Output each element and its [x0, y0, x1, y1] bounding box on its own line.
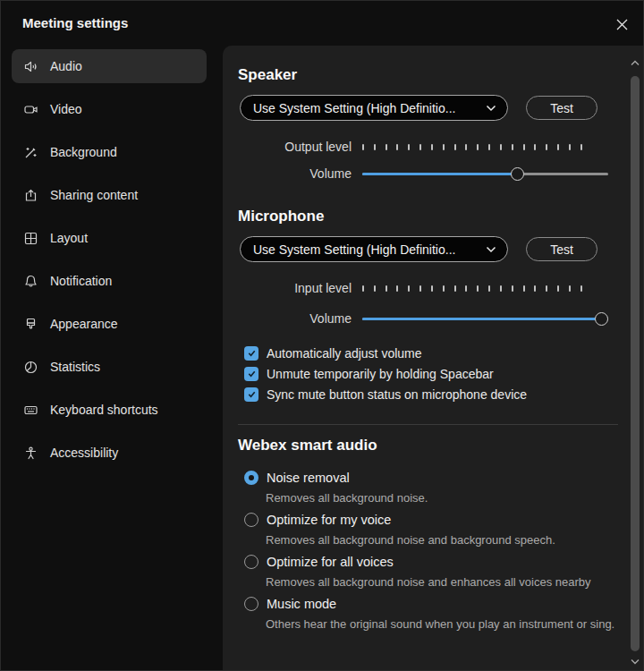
level-meter-tick	[419, 144, 421, 150]
level-meter-tick	[431, 285, 433, 292]
keyboard-icon	[23, 403, 38, 418]
slider-fill	[362, 318, 602, 320]
radio-label: Music mode	[267, 597, 336, 611]
close-button[interactable]	[611, 13, 632, 35]
input-level-label: Input level	[238, 281, 352, 295]
microphone-volume-slider[interactable]	[362, 310, 608, 327]
level-meter-tick	[477, 144, 479, 150]
level-meter-tick	[465, 285, 467, 292]
sidebar-item-video[interactable]: Video	[12, 92, 207, 126]
close-icon	[615, 18, 629, 31]
checkbox-icon[interactable]	[244, 346, 258, 361]
radio-optimize-for-my-voice[interactable]: Optimize for my voice	[244, 510, 618, 530]
chevron-down-icon	[486, 246, 496, 253]
section-divider	[238, 424, 618, 425]
checkbox-automatically-adjust-volume[interactable]: Automatically adjust volume	[244, 343, 618, 363]
level-meter-tick	[569, 285, 571, 292]
radio-icon[interactable]	[244, 513, 258, 527]
level-meter-tick	[419, 285, 421, 292]
layout-grid-icon	[23, 231, 38, 246]
microphone-volume-label: Volume	[238, 311, 352, 326]
radio-icon[interactable]	[244, 555, 258, 569]
checkbox-icon[interactable]	[244, 387, 258, 402]
checkbox-label: Sync mute button status on microphone de…	[267, 387, 527, 402]
speaker-volume-slider[interactable]	[362, 166, 608, 182]
radio-description: Removes all background noise and enhance…	[266, 573, 616, 591]
speaker-output-level-meter	[362, 144, 582, 150]
radio-optimize-for-all-voices[interactable]: Optimize for all voices	[244, 552, 618, 572]
checkbox-sync-mute-button-status[interactable]: Sync mute button status on microphone de…	[244, 384, 618, 404]
speaker-device-value: Use System Setting (High Definitio...	[253, 101, 486, 115]
level-meter-tick	[534, 285, 536, 292]
scroll-down-icon[interactable]	[631, 658, 640, 665]
microphone-device-select[interactable]: Use System Setting (High Definitio...	[240, 236, 508, 262]
level-meter-tick	[546, 285, 547, 292]
sidebar-item-accessibility[interactable]: Accessibility	[12, 436, 207, 470]
level-meter-tick	[534, 144, 536, 150]
speaker-icon	[23, 59, 38, 74]
level-meter-tick	[443, 144, 445, 150]
radio-icon[interactable]	[244, 597, 258, 611]
level-meter-tick	[431, 144, 433, 150]
checkbox-label: Unmute temporarily by holding Spacebar	[267, 367, 494, 381]
magic-wand-icon	[23, 145, 38, 160]
sidebar-item-label: Video	[50, 102, 82, 116]
level-meter-tick	[488, 144, 490, 150]
sidebar-item-audio[interactable]: Audio	[12, 49, 207, 83]
radio-music-mode[interactable]: Music mode	[244, 594, 618, 614]
level-meter-tick	[443, 285, 445, 292]
sidebar-item-sharing-content[interactable]: Sharing content	[12, 178, 207, 212]
sidebar-item-notification[interactable]: Notification	[12, 264, 207, 298]
share-content-icon	[23, 188, 38, 203]
slider-thumb[interactable]	[511, 167, 524, 181]
scroll-up-icon[interactable]	[631, 60, 640, 66]
level-meter-tick	[512, 285, 513, 292]
slider-thumb[interactable]	[595, 312, 608, 326]
sidebar-item-label: Accessibility	[50, 446, 118, 460]
level-meter-tick	[374, 285, 376, 292]
sidebar-item-label: Statistics	[50, 360, 100, 374]
level-meter-tick	[557, 285, 559, 292]
level-meter-tick	[386, 144, 387, 150]
sidebar-item-statistics[interactable]: Statistics	[12, 350, 207, 384]
sidebar-item-keyboard-shortcuts[interactable]: Keyboard shortcuts	[12, 393, 207, 427]
radio-description: Removes all background noise and backgro…	[266, 531, 616, 549]
level-meter-tick	[465, 144, 467, 150]
titlebar: Meeting settings	[1, 1, 643, 46]
checkbox-unmute-temporarily-spacebar[interactable]: Unmute temporarily by holding Spacebar	[244, 363, 618, 384]
microphone-heading: Microphone	[238, 207, 618, 226]
meeting-settings-dialog: Meeting settings Audio Video Background	[0, 0, 644, 671]
sidebar-item-layout[interactable]: Layout	[12, 221, 207, 255]
sidebar-item-appearance[interactable]: Appearance	[12, 307, 207, 341]
radio-icon[interactable]	[244, 471, 258, 485]
level-meter-tick	[557, 144, 559, 150]
microphone-test-button[interactable]: Test	[526, 237, 597, 261]
statistics-icon	[23, 360, 38, 375]
scrollbar[interactable]	[630, 46, 640, 671]
level-meter-tick	[374, 144, 376, 150]
accessibility-icon	[23, 446, 38, 461]
checkbox-icon[interactable]	[244, 367, 258, 381]
level-meter-tick	[512, 144, 513, 150]
level-meter-tick	[488, 285, 490, 292]
radio-noise-removal[interactable]: Noise removal	[244, 468, 618, 488]
sidebar: Audio Video Background Sharing content L…	[12, 49, 207, 479]
level-meter-tick	[362, 144, 364, 150]
radio-label: Noise removal	[267, 471, 350, 485]
level-meter-tick	[500, 285, 502, 292]
level-meter-tick	[523, 285, 525, 292]
smart-audio-heading: Webex smart audio	[238, 436, 618, 455]
sidebar-item-background[interactable]: Background	[12, 135, 207, 169]
level-meter-tick	[477, 285, 479, 292]
checkbox-label: Automatically adjust volume	[267, 346, 422, 361]
speaker-test-button[interactable]: Test	[526, 96, 597, 120]
level-meter-tick	[396, 285, 398, 292]
sidebar-item-label: Background	[50, 145, 117, 159]
camera-icon	[23, 102, 38, 117]
speaker-device-select[interactable]: Use System Setting (High Definitio...	[240, 95, 508, 121]
sidebar-item-label: Keyboard shortcuts	[50, 403, 158, 417]
speaker-volume-label: Volume	[238, 166, 352, 181]
sidebar-item-label: Sharing content	[50, 188, 138, 202]
scrollbar-thumb[interactable]	[631, 76, 640, 651]
paintbrush-icon	[23, 317, 38, 332]
